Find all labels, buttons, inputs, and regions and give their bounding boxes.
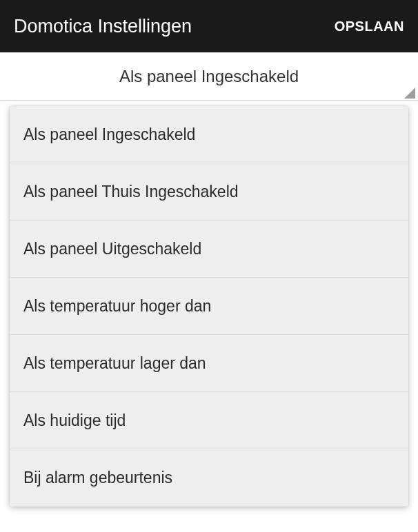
dropdown-item-panel-armed[interactable]: Als paneel Ingeschakeld [10,106,408,163]
dropdown-item-current-time[interactable]: Als huidige tijd [10,392,408,449]
dropdown-item-temp-higher[interactable]: Als temperatuur hoger dan [10,278,408,335]
save-button[interactable]: OPSLAAN [335,19,404,34]
dropdown-item-panel-home-armed[interactable]: Als paneel Thuis Ingeschakeld [10,163,408,221]
dropdown-item-label: Als temperatuur hoger dan [23,297,211,316]
condition-select-value: Als paneel Ingeschakeld [119,67,299,86]
dropdown-item-label: Als paneel Thuis Ingeschakeld [23,183,239,201]
dropdown-item-label: Bij alarm gebeurtenis [23,469,172,487]
dropdown-item-label: Als temperatuur lager dan [23,354,206,373]
dropdown-item-label: Als huidige tijd [23,411,126,430]
dropdown-item-label: Als paneel Uitgeschakeld [23,240,201,258]
dropdown-item-label: Als paneel Ingeschakeld [23,125,195,144]
page-title: Domotica Instellingen [14,16,192,37]
dropdown-item-panel-disarmed[interactable]: Als paneel Uitgeschakeld [10,221,408,278]
app-header: Domotica Instellingen OPSLAAN [0,0,418,52]
condition-dropdown-list: Als paneel Ingeschakeld Als paneel Thuis… [10,106,408,507]
dropdown-indicator-icon [404,88,415,99]
dropdown-item-alarm-event[interactable]: Bij alarm gebeurtenis [10,449,408,507]
dropdown-item-temp-lower[interactable]: Als temperatuur lager dan [10,335,408,392]
condition-select[interactable]: Als paneel Ingeschakeld [0,52,418,101]
